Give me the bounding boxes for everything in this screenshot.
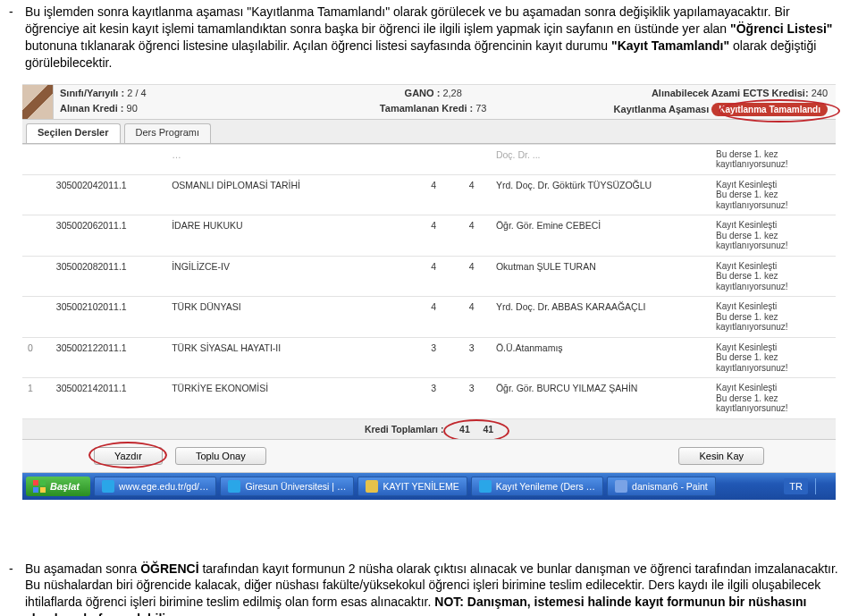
taskbar-item-label: Kayıt Yenileme (Ders … (496, 481, 595, 492)
para1-q1: "Kayıtlanma Tamamlandı" (247, 4, 390, 19)
credit-1: 4 (415, 297, 452, 338)
avatar (22, 85, 54, 119)
course-code: 305002042011.1 (51, 174, 166, 215)
tab-schedule[interactable]: Ders Programı (124, 123, 212, 143)
alinan-label: Alınan Kredi : (60, 103, 124, 114)
app-icon (102, 480, 114, 493)
course-name: OSMANLI DİPLOMASİ TARİHİ (166, 174, 415, 215)
asama-label: Kayıtlanma Aşaması (614, 104, 710, 114)
table-row: 305002042011.1OSMANLI DİPLOMASİ TARİHİ44… (22, 174, 836, 215)
taskbar-item[interactable]: Kayıt Yenileme (Ders … (471, 477, 603, 496)
credit-1: 4 (415, 215, 452, 257)
status-badge: Kayıtlanma Tamamlandı (711, 103, 828, 116)
course-name: TÜRK SİYASAL HAYATI-II (166, 337, 415, 378)
course-code: 305002062011.1 (51, 215, 166, 257)
taskbar-item[interactable]: KAYIT YENİLEME (358, 477, 467, 496)
totals-label: Kredi Toplamları : (365, 424, 450, 435)
print-button[interactable]: Yazdır (94, 447, 163, 465)
totals-v2: 41 (483, 424, 493, 435)
credit-2: 3 (453, 378, 491, 419)
credit-1: 3 (415, 337, 452, 378)
taskbar-item-label: danisman6 - Paint (632, 481, 708, 492)
para1-q3: "Kayıt Tamamlandı" (611, 38, 729, 53)
credit-2: 4 (453, 256, 491, 297)
status-cell: Kayıt KesinleştiBu derse 1. kezkayıtlanı… (711, 256, 836, 297)
course-name: İNGİLİZCE-IV (166, 256, 415, 297)
tabs: Seçilen Dersler Ders Programı (22, 120, 836, 144)
taskbar-item[interactable]: www.ege.edu.tr/gd/… (94, 477, 216, 496)
course-code: 305002122011.1 (51, 337, 166, 378)
status-cell: Kayıt KesinleştiBu derse 1. kezkayıtlanı… (711, 297, 836, 338)
status-cell: Kayıt KesinleştiBu derse 1. kezkayıtlanı… (711, 337, 836, 378)
final-register-button[interactable]: Kesin Kay (678, 447, 764, 465)
sinif-label: Sınıfı/Yarıyılı : (60, 88, 124, 98)
tray-icon[interactable] (815, 478, 832, 494)
para1-mid2: butonuna tıklanarak öğrenci listesine ul… (25, 38, 611, 53)
row-prefix: 1 (22, 378, 51, 419)
totals-row: Kredi Toplamları : 41 41 (22, 418, 836, 439)
paragraph-top: - Bu işlemden sonra kayıtlanma aşaması "… (0, 0, 858, 75)
course-name: İDARE HUKUKU (166, 215, 415, 257)
course-name: TÜRKİYE EKONOMİSİ (166, 378, 415, 419)
row-prefix (22, 174, 51, 215)
totals-v1: 41 (459, 424, 470, 435)
lecturer-cell: Doç. Dr. ... (491, 144, 711, 174)
credit-1: 4 (415, 256, 452, 297)
tab-selected-courses[interactable]: Seçilen Dersler (26, 123, 121, 143)
status-line: Bu derse 1. kez (716, 149, 830, 160)
table-row: … Doç. Dr. ... Bu derse 1. kez kayıtlanı… (22, 144, 836, 174)
taskbar-item-label: KAYIT YENİLEME (383, 481, 458, 492)
action-bar: Yazdır Toplu Onay Kesin Kay (22, 439, 836, 473)
status-line: Bu derse 1. kez (716, 312, 830, 323)
table-row: 305002082011.1İNGİLİZCE-IV44Okutman ŞULE… (22, 256, 836, 297)
row-prefix: 0 (22, 337, 51, 378)
status-cell: Kayıt KesinleştiBu derse 1. kezkayıtlanı… (711, 378, 836, 419)
status-line: Bu derse 1. kez (716, 231, 830, 241)
status-line: kayıtlanıyorsunuz! (716, 282, 830, 292)
tamamlanan-label: Tamamlanan Kredi : (380, 103, 473, 114)
course-name: TÜRK DÜNYASI (166, 297, 415, 338)
ects-label: Alınabilecek Azami ECTS Kredisi: (652, 88, 809, 98)
para2-b: ÖĞRENCİ (140, 561, 198, 576)
app-icon (479, 480, 492, 493)
status-line: Bu derse 1. kez (716, 271, 830, 282)
status-line: Bu derse 1. kez (716, 190, 830, 200)
row-prefix (22, 297, 51, 338)
table-row: 305002102011.1TÜRK DÜNYASI44Yrd. Doç. Dr… (22, 297, 836, 338)
status-line: Kayıt Kesinleşti (716, 261, 830, 272)
credit-2: 3 (453, 337, 491, 378)
taskbar-item[interactable]: danisman6 - Paint (607, 477, 716, 496)
lecturer-cell: Yrd. Doç. Dr. Göktürk TÜYSÜZOĞLU (491, 174, 711, 215)
status-line: Kayıt Kesinleşti (716, 180, 830, 190)
status-line: Bu derse 1. kez (716, 393, 830, 404)
lecturer-cell: Yrd. Doç. Dr. ABBAS KARAAĞAÇLI (491, 297, 711, 338)
status-line: kayıtlanıyorsunuz! (716, 322, 830, 333)
gano-label: GANO : (405, 88, 441, 98)
credit-2: 4 (453, 215, 491, 257)
course-code: 305002102011.1 (51, 297, 166, 338)
status-line: Kayıt Kesinleşti (716, 220, 830, 231)
app-icon (366, 480, 378, 493)
start-label: Başlat (50, 481, 80, 492)
courses-table: … Doç. Dr. ... Bu derse 1. kez kayıtlanı… (22, 144, 836, 439)
language-indicator[interactable]: TR (784, 478, 808, 494)
row-prefix (22, 256, 51, 297)
status-line: kayıtlanıyorsunuz! (716, 159, 830, 170)
embedded-screenshot: Sınıfı/Yarıyılı : 2 / 4 GANO : 2,28 Alın… (22, 84, 836, 500)
para1-prefix: Bu işlemden sonra kayıtlanma aşaması (25, 4, 247, 19)
alinan-value: 90 (127, 103, 138, 114)
status-line: Kayıt Kesinleşti (716, 301, 830, 312)
status-line: Kayıt Kesinleşti (716, 383, 830, 393)
course-code: 305002082011.1 (51, 256, 166, 297)
sinif-value: 2 / 4 (127, 88, 146, 98)
taskbar-item[interactable]: Giresun Üniversitesi | … (220, 477, 354, 496)
bulk-approve-button[interactable]: Toplu Onay (175, 447, 266, 465)
gano-value: 2,28 (442, 88, 461, 98)
taskbar: Başlat www.ege.edu.tr/gd/…Giresun Üniver… (22, 473, 836, 500)
status-line: kayıtlanıyorsunuz! (716, 403, 830, 414)
status-line: kayıtlanıyorsunuz! (716, 200, 830, 211)
credit-2: 4 (453, 174, 491, 215)
start-button[interactable]: Başlat (26, 477, 90, 496)
windows-logo-icon (33, 480, 46, 493)
status-line: Bu derse 1. kez (716, 352, 830, 363)
